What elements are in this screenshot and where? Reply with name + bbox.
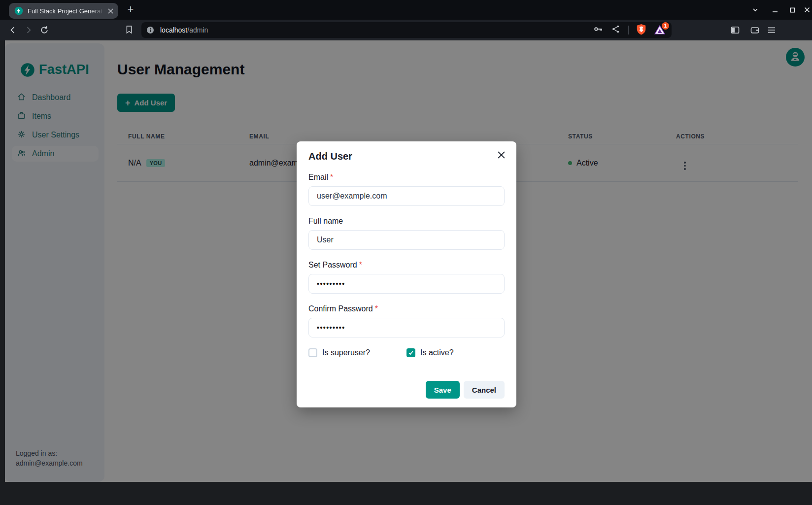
toolbar-separator <box>628 26 629 34</box>
tab-title: Full Stack Project Generat <box>28 7 106 15</box>
bookmark-icon[interactable] <box>124 25 135 35</box>
save-button[interactable]: Save <box>426 381 460 399</box>
password-key-icon[interactable] <box>593 24 604 36</box>
add-user-modal: Add User Email* user@example.com Full na… <box>297 141 516 407</box>
checkbox-unchecked-icon[interactable] <box>308 348 317 357</box>
browser-toolbar: localhost/admin 1 <box>0 20 812 40</box>
modal-title: Add User <box>308 149 505 163</box>
checkbox-row: Is superuser? Is active? <box>308 348 505 357</box>
screen: Full Stack Project Generat + <box>0 0 812 505</box>
wallet-icon[interactable] <box>750 25 760 35</box>
email-field[interactable]: user@example.com <box>308 186 505 206</box>
sidebar-toggle-icon[interactable] <box>730 25 740 35</box>
is-superuser-label: Is superuser? <box>322 348 370 357</box>
confirm-password-field-group: Confirm Password* ••••••••• <box>308 303 505 337</box>
menu-hamburger-icon[interactable] <box>767 25 777 35</box>
checkbox-checked-icon[interactable] <box>406 348 415 357</box>
modal-close-icon[interactable] <box>496 149 507 160</box>
full-name-field[interactable]: User <box>308 230 505 250</box>
window-close-button[interactable] <box>803 5 812 14</box>
confirm-password-label: Confirm Password* <box>308 303 505 314</box>
cancel-button[interactable]: Cancel <box>464 381 505 399</box>
brave-shield-icon[interactable] <box>636 24 646 37</box>
fastapi-favicon-icon <box>14 6 24 16</box>
back-button[interactable] <box>7 24 19 36</box>
is-superuser-checkbox[interactable]: Is superuser? <box>308 348 406 357</box>
required-asterisk: * <box>375 304 378 313</box>
required-asterisk: * <box>330 173 333 181</box>
tab-close-icon[interactable] <box>106 7 114 15</box>
full-name-label: Full name <box>308 216 505 226</box>
browser-tab-strip: Full Stack Project Generat + <box>0 0 812 20</box>
address-bar[interactable]: localhost/admin 1 <box>141 22 672 38</box>
modal-footer: Save Cancel <box>308 381 505 399</box>
set-password-field[interactable]: ••••••••• <box>308 274 505 294</box>
reload-button[interactable] <box>38 24 50 36</box>
email-field-group: Email* user@example.com <box>308 172 505 206</box>
url-path: /admin <box>187 26 208 34</box>
required-asterisk: * <box>359 261 362 269</box>
forward-button[interactable] <box>23 24 34 36</box>
tab-search-chevron-icon[interactable] <box>751 5 760 14</box>
set-password-label: Set Password* <box>308 260 505 270</box>
is-active-label: Is active? <box>420 348 454 357</box>
email-label: Email* <box>308 172 505 182</box>
brave-rewards-icon[interactable]: 1 <box>654 24 666 36</box>
window-maximize-button[interactable] <box>788 5 797 14</box>
rewards-badge: 1 <box>662 22 669 30</box>
url-text: localhost/admin <box>160 26 208 34</box>
share-icon[interactable] <box>611 24 621 36</box>
new-tab-button[interactable]: + <box>124 3 137 16</box>
full-name-field-group: Full name User <box>308 216 505 250</box>
site-info-icon[interactable] <box>146 26 154 34</box>
url-host: localhost <box>160 26 187 34</box>
window-minimize-button[interactable] <box>771 5 779 14</box>
set-password-field-group: Set Password* ••••••••• <box>308 260 505 294</box>
is-active-checkbox[interactable]: Is active? <box>406 348 505 357</box>
confirm-password-field[interactable]: ••••••••• <box>308 318 505 337</box>
browser-tab-active[interactable]: Full Stack Project Generat <box>9 3 118 19</box>
page-viewport: FastAPI Dashboard Items User Settings <box>0 40 812 505</box>
